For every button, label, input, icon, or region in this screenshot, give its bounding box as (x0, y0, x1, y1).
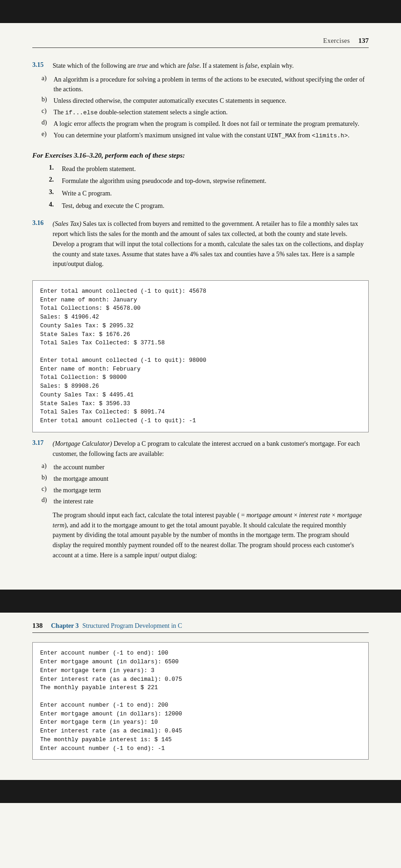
item-a-text: An algorithm is a procedure for solving … (54, 75, 369, 94)
exercise-317-item-c: c) the mortgage term (42, 485, 369, 496)
top-bar (0, 0, 401, 23)
step-4-num: 4. (49, 201, 62, 208)
exercise-316-text: (Sales Tax) Sales tax is collected from … (53, 219, 369, 269)
item-317-b-label: b) (42, 474, 54, 481)
item-b-text: Unless directed otherwise, the computer … (54, 96, 287, 106)
exercise-316: 3.16 (Sales Tax) Sales tax is collected … (32, 219, 369, 269)
exercise-315-item-a: a) An algorithm is a procedure for solvi… (42, 75, 369, 94)
code-box-317: Enter account number (-1 to end): 100 En… (32, 642, 369, 760)
item-317-b-text: the mortgage amount (54, 474, 108, 484)
page-divider (0, 590, 401, 613)
step-4-text: Test, debug and execute the C program. (62, 201, 164, 211)
exercise-317-row: 3.17 (Mortgage Calculator) Develop a C p… (32, 439, 369, 459)
exercise-315-item-b: b) Unless directed otherwise, the comput… (42, 96, 369, 106)
step-2: 2. Formulate the algorithm using pseudoc… (49, 176, 369, 186)
exercise-317-paragraph: The program should input each fact, calc… (53, 510, 369, 560)
item-317-a-text: the account number (54, 462, 104, 472)
italic-heading: For Exercises 3.16–3.20, perform each of… (32, 152, 369, 159)
exercise-315-item-d: d) A logic error affects the program whe… (42, 119, 369, 129)
exercise-315-item-c: c) The if...else double-selection statem… (42, 107, 369, 118)
numbered-steps: 1. Read the problem statement. 2. Formul… (49, 164, 369, 211)
step-4: 4. Test, debug and execute the C program… (49, 201, 369, 211)
item-d-text: A logic error affects the program when t… (54, 119, 359, 129)
page-2-content: 138 Chapter 3 Structured Program Develop… (0, 613, 401, 780)
exercise-317-item-b: b) the mortgage amount (42, 474, 369, 484)
item-d-label: d) (42, 119, 54, 126)
item-317-c-label: c) (42, 485, 54, 493)
exercise-317-items: a) the account number b) the mortgage am… (42, 462, 369, 507)
exercise-315-number: 3.15 (32, 61, 53, 69)
item-e-label: e) (42, 130, 54, 138)
header-page-number: 137 (359, 37, 369, 45)
item-317-d-label: d) (42, 496, 54, 504)
exercise-315-row: 3.15 State which of the following are tr… (32, 61, 369, 71)
exercise-315-item-e: e) You can determine your platform's max… (42, 130, 369, 141)
exercise-315: 3.15 State which of the following are tr… (32, 61, 369, 141)
exercise-315-items: a) An algorithm is a procedure for solvi… (42, 75, 369, 141)
exercise-315-intro: State which of the following are true an… (53, 61, 369, 71)
code-box-316: Enter total amount collected (-1 to quit… (32, 280, 369, 432)
item-317-d-text: the interest rate (54, 496, 93, 507)
step-3-text: Write a C program. (62, 189, 112, 199)
page-2-chapter-title: Structured Program Development in C (83, 622, 182, 630)
exercise-317-item-d: d) the interest rate (42, 496, 369, 507)
item-b-label: b) (42, 96, 54, 103)
item-a-label: a) (42, 75, 54, 82)
exercise-316-row: 3.16 (Sales Tax) Sales tax is collected … (32, 219, 369, 269)
item-317-c-text: the mortgage term (54, 485, 101, 496)
page-1-content: Exercises 137 3.15 State which of the fo… (0, 23, 401, 590)
exercise-317-number: 3.17 (32, 439, 53, 447)
item-c-text: The if...else double-selection statement… (54, 107, 227, 118)
exercise-316-number: 3.16 (32, 219, 53, 227)
step-3: 3. Write a C program. (49, 189, 369, 199)
step-2-num: 2. (49, 176, 62, 183)
page-header: Exercises 137 (32, 37, 369, 48)
step-1-num: 1. (49, 164, 62, 171)
exercise-317-item-a: a) the account number (42, 462, 369, 472)
page: Exercises 137 3.15 State which of the fo… (0, 0, 401, 868)
page-2-header: 138 Chapter 3 Structured Program Develop… (32, 622, 369, 633)
page-2-number: 138 (32, 622, 43, 630)
item-317-a-label: a) (42, 462, 54, 470)
page-2-chapter: Chapter 3 (51, 622, 79, 630)
step-2-text: Formulate the algorithm using pseudocode… (62, 176, 266, 186)
header-section-label: Exercises (323, 37, 350, 45)
exercise-317-text: (Mortgage Calculator) Develop a C progra… (53, 439, 369, 459)
step-3-num: 3. (49, 189, 62, 196)
step-1: 1. Read the problem statement. (49, 164, 369, 174)
bottom-bar (0, 780, 401, 803)
step-1-text: Read the problem statement. (62, 164, 136, 174)
item-e-text: You can determine your platform's maximu… (54, 130, 349, 141)
item-c-label: c) (42, 107, 54, 115)
exercise-317: 3.17 (Mortgage Calculator) Develop a C p… (32, 439, 369, 561)
